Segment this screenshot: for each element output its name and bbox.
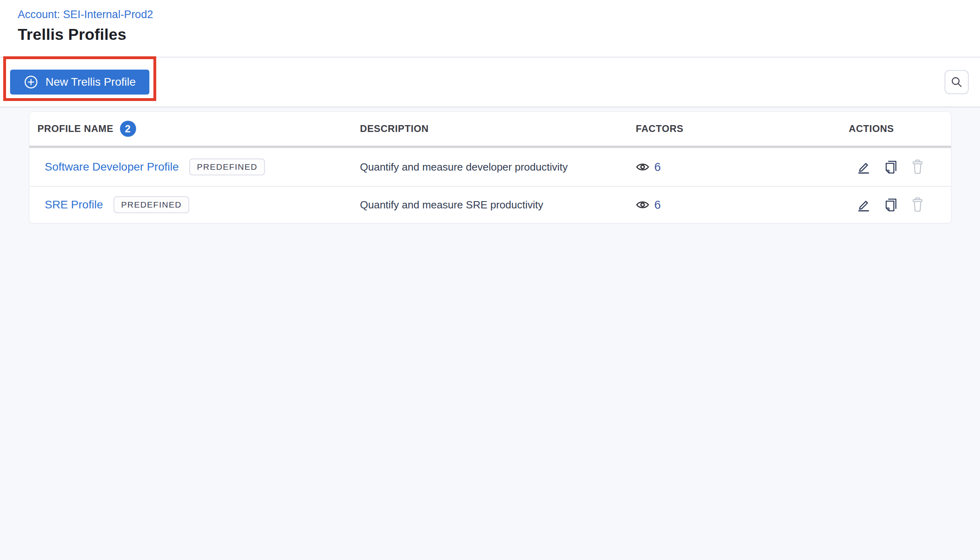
toolbar: New Trellis Profile (0, 58, 980, 107)
copy-icon (883, 197, 899, 213)
page-title: Trellis Profiles (18, 26, 980, 43)
search-button[interactable] (945, 70, 969, 94)
column-header-profile-name: PROFILE NAME 2 (29, 121, 360, 137)
table-header-row: PROFILE NAME 2 DESCRIPTION FACTORS ACTIO… (29, 112, 951, 148)
actions-cell (849, 159, 951, 175)
actions-cell (849, 197, 951, 213)
predefined-tag: PREDEFINED (189, 159, 265, 175)
factors-count: 6 (654, 161, 661, 174)
page-body: PROFILE NAME 2 DESCRIPTION FACTORS ACTIO… (0, 107, 980, 560)
factors-cell: 6 (636, 198, 849, 212)
delete-profile-button[interactable] (911, 159, 924, 175)
new-trellis-profile-button[interactable]: New Trellis Profile (10, 70, 149, 95)
profile-description: Quantify and measure SRE productivity (360, 199, 636, 211)
edit-profile-button[interactable] (856, 159, 871, 175)
profile-count-badge: 2 (120, 121, 136, 137)
table-row: SRE Profile PREDEFINED Quantify and meas… (29, 186, 951, 223)
edit-pencil-icon (856, 159, 871, 175)
column-header-actions: ACTIONS (849, 123, 951, 134)
predefined-tag: PREDEFINED (114, 196, 189, 213)
table-row: Software Developer Profile PREDEFINED Qu… (29, 148, 951, 186)
clone-profile-button[interactable] (883, 159, 899, 175)
clone-profile-button[interactable] (883, 197, 899, 213)
eye-icon (636, 162, 649, 172)
profile-name-cell: Software Developer Profile PREDEFINED (29, 159, 360, 175)
profile-name-cell: SRE Profile PREDEFINED (29, 196, 360, 213)
trash-icon (911, 159, 924, 175)
profile-description: Quantify and measure developer productiv… (360, 161, 636, 173)
plus-circle-icon (24, 75, 38, 89)
factors-cell: 6 (636, 161, 849, 174)
page-header: Account: SEI-Internal-Prod2 Trellis Prof… (0, 0, 980, 58)
delete-profile-button[interactable] (911, 197, 924, 213)
search-icon (951, 76, 963, 88)
profile-link[interactable]: Software Developer Profile (45, 161, 179, 173)
profile-link[interactable]: SRE Profile (45, 198, 103, 211)
trash-icon (911, 197, 924, 213)
edit-pencil-icon (856, 197, 871, 212)
copy-icon (883, 159, 899, 175)
edit-profile-button[interactable] (856, 197, 871, 212)
column-header-factors: FACTORS (636, 123, 849, 134)
new-trellis-profile-label: New Trellis Profile (45, 76, 136, 89)
profiles-table: PROFILE NAME 2 DESCRIPTION FACTORS ACTIO… (29, 111, 951, 223)
account-breadcrumb-link[interactable]: Account: SEI-Internal-Prod2 (18, 8, 153, 21)
profile-name-header-label: PROFILE NAME (37, 123, 114, 134)
column-header-description: DESCRIPTION (360, 123, 636, 134)
eye-icon (636, 200, 649, 210)
factors-count: 6 (654, 198, 661, 212)
